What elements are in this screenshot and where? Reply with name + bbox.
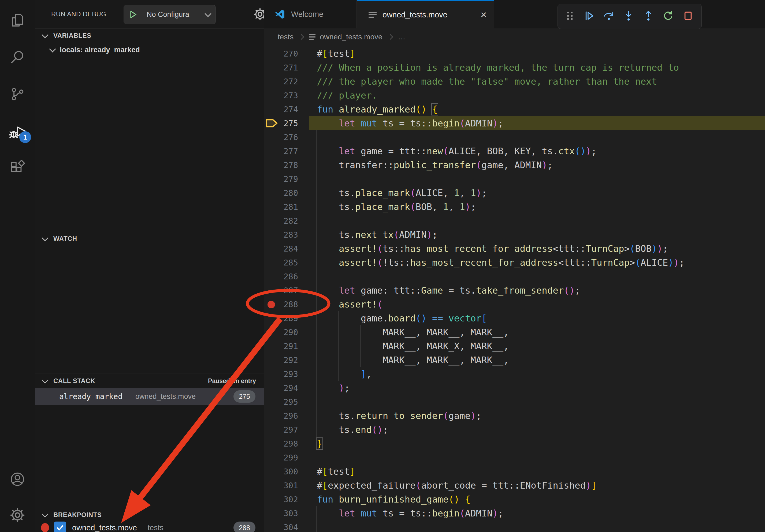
code-text[interactable] (309, 269, 765, 283)
code-text[interactable]: #[test] (309, 47, 765, 61)
code-text[interactable] (309, 450, 765, 464)
breadcrumb-item[interactable]: tests (278, 33, 294, 41)
breakpoints-section-header[interactable]: BREAKPOINTS (35, 508, 264, 522)
breakpoint-gutter[interactable] (264, 437, 279, 450)
breakpoint-list-item[interactable]: owned_tests.move tests 288 (35, 520, 264, 532)
step-over-icon[interactable] (602, 9, 615, 23)
breakpoint-gutter[interactable] (264, 158, 279, 172)
code-text[interactable]: ts.place_mark(BOB, 1, 1); (309, 200, 765, 214)
breakpoint-gutter[interactable] (264, 130, 279, 144)
breakpoint-gutter[interactable] (264, 381, 279, 395)
code-text[interactable] (309, 130, 765, 144)
config-dropdown-label[interactable]: No Configura (142, 10, 203, 19)
code-text[interactable]: MARK__, MARK_X, MARK__, (309, 339, 765, 353)
account-icon[interactable] (0, 464, 35, 494)
code-text[interactable]: transfer::public_transfer(game, ADMIN); (309, 158, 765, 172)
code-text[interactable]: let game = ttt::new(ALICE, BOB, KEY, ts.… (309, 144, 765, 158)
code-text[interactable]: assert!( (309, 297, 765, 311)
breakpoint-gutter[interactable] (264, 409, 279, 423)
code-text[interactable]: #[expected_failure(abort_code = ttt::ENo… (309, 478, 765, 492)
breakpoint-gutter[interactable] (264, 102, 279, 116)
breakpoint-gutter[interactable] (264, 339, 279, 353)
code-text[interactable]: ts.return_to_sender(game); (309, 409, 765, 423)
code-text[interactable]: ts.end(); (309, 423, 765, 437)
continue-icon[interactable] (582, 9, 595, 23)
close-icon[interactable]: ✕ (480, 10, 487, 20)
breakpoint-gutter[interactable] (264, 200, 279, 214)
code-text[interactable]: /// the player who made the "false" move… (309, 75, 765, 89)
breakpoint-gutter[interactable] (264, 116, 279, 130)
explorer-icon[interactable] (0, 5, 35, 35)
breakpoint-gutter[interactable] (264, 186, 279, 200)
breakpoint-gutter[interactable] (264, 423, 279, 437)
breakpoint-gutter[interactable] (264, 450, 279, 464)
debug-config-dropdown[interactable]: No Configura (124, 5, 216, 24)
breadcrumb-item[interactable]: owned_tests.move (320, 33, 382, 41)
code-text[interactable]: MARK__, MARK__, MARK__, (309, 353, 765, 367)
code-text[interactable]: MARK__, MARK__, MARK__, (309, 325, 765, 339)
code-text[interactable] (309, 214, 765, 228)
settings-gear-icon[interactable] (0, 500, 35, 530)
code-text[interactable]: /// When a position is already marked, t… (309, 61, 765, 75)
code-text[interactable]: ts.place_mark(ALICE, 1, 1); (309, 186, 765, 200)
breakpoint-gutter[interactable] (264, 353, 279, 367)
breadcrumb-item[interactable]: … (398, 33, 405, 41)
watch-section-header[interactable]: WATCH (35, 231, 264, 246)
breakpoint-gutter[interactable] (264, 311, 279, 325)
code-text[interactable]: fun already_marked() { (309, 102, 765, 116)
code-text[interactable] (309, 395, 765, 409)
call-stack-frame[interactable]: already_marked owned_tests.move 275 (35, 388, 264, 405)
code-text[interactable]: ], (309, 367, 765, 381)
breakpoint-gutter[interactable] (264, 395, 279, 409)
breakpoint-gutter[interactable] (264, 269, 279, 283)
breakpoint-gutter[interactable] (264, 242, 279, 256)
extensions-icon[interactable] (0, 153, 35, 183)
breakpoint-gutter[interactable] (264, 256, 279, 269)
breakpoint-gutter[interactable] (264, 228, 279, 242)
breakpoint-gutter[interactable] (264, 144, 279, 158)
code-text[interactable]: ts.next_tx(ADMIN); (309, 228, 765, 242)
code-text[interactable]: let game: ttt::Game = ts.take_from_sende… (309, 283, 765, 297)
code-text[interactable]: } (309, 437, 765, 450)
code-text[interactable]: let mut ts = ts::begin(ADMIN); (309, 506, 765, 520)
breakpoint-gutter[interactable] (264, 89, 279, 102)
run-and-debug-icon[interactable]: 1 (0, 116, 35, 146)
breakpoint-gutter[interactable] (264, 214, 279, 228)
stop-icon[interactable] (682, 9, 694, 23)
code-text[interactable]: fun burn_unfinished_game() { (309, 492, 765, 506)
code-text[interactable]: let mut ts = ts::begin(ADMIN); (309, 116, 765, 130)
code-text[interactable]: /// player. (309, 89, 765, 102)
breakpoint-gutter[interactable] (264, 325, 279, 339)
breakpoint-gutter[interactable] (264, 492, 279, 506)
breakpoint-gutter[interactable] (264, 478, 279, 492)
breakpoint-gutter[interactable] (264, 464, 279, 478)
code-text[interactable]: ); (309, 381, 765, 395)
code-text[interactable] (309, 520, 765, 532)
call-stack-section-header[interactable]: CALL STACK Paused on entry (35, 374, 264, 388)
code-text[interactable]: assert!(!ts::has_most_recent_for_address… (309, 256, 765, 269)
tab-owned-tests[interactable]: owned_tests.move ✕ (357, 0, 494, 28)
start-debug-icon[interactable] (124, 5, 142, 24)
breakpoint-gutter[interactable] (264, 520, 279, 532)
variables-section-header[interactable]: VARIABLES (35, 28, 264, 43)
step-out-icon[interactable] (642, 9, 655, 23)
step-into-icon[interactable] (622, 9, 635, 23)
tab-welcome[interactable]: Welcome (264, 0, 357, 28)
code-text[interactable] (309, 172, 765, 186)
breakpoint-gutter[interactable] (264, 283, 279, 297)
source-control-icon[interactable] (0, 79, 35, 109)
breakpoint-gutter[interactable] (264, 61, 279, 75)
breakpoint-dot-icon[interactable] (268, 301, 275, 308)
search-icon[interactable] (0, 42, 35, 72)
breakpoint-gutter[interactable] (264, 75, 279, 89)
drag-handle-icon[interactable] (565, 10, 575, 23)
breakpoint-gutter[interactable] (264, 367, 279, 381)
restart-icon[interactable] (662, 9, 675, 23)
breakpoint-gutter[interactable] (264, 172, 279, 186)
code-text[interactable]: game.board() == vector[ (309, 311, 765, 325)
variables-locals-item[interactable]: locals: already_marked (35, 42, 264, 57)
breakpoint-checkbox[interactable] (54, 522, 66, 532)
code-text[interactable]: assert!(ts::has_most_recent_for_address<… (309, 242, 765, 256)
breakpoint-gutter[interactable] (264, 506, 279, 520)
breakpoint-gutter[interactable] (264, 297, 279, 311)
